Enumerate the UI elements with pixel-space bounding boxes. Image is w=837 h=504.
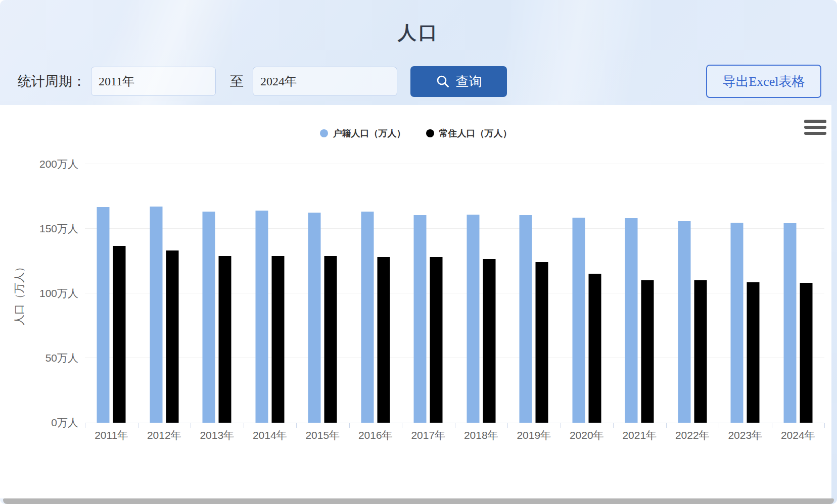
x-axis-label: 2018年 bbox=[455, 423, 508, 446]
bar[interactable] bbox=[694, 280, 707, 423]
bar-group-2014年 bbox=[244, 164, 297, 423]
bar[interactable] bbox=[625, 218, 638, 423]
legend-dot bbox=[426, 129, 434, 137]
bars bbox=[203, 164, 231, 423]
bars bbox=[678, 164, 707, 423]
bar[interactable] bbox=[271, 256, 284, 423]
bar[interactable] bbox=[150, 207, 162, 423]
bar[interactable] bbox=[361, 212, 374, 423]
x-axis-label: 2012年 bbox=[138, 423, 191, 446]
to-label: 至 bbox=[230, 72, 244, 90]
start-year-value: 2011年 bbox=[99, 73, 134, 89]
header: 人口 统计周期： 2011年 至 2024年 查询 导出Excel表格 bbox=[0, 0, 837, 105]
bar[interactable] bbox=[430, 257, 443, 423]
x-axis-label: 2021年 bbox=[613, 423, 666, 446]
bar-group-2022年 bbox=[666, 164, 719, 423]
x-axis-tick bbox=[296, 423, 297, 428]
bar[interactable] bbox=[97, 207, 110, 423]
bar[interactable] bbox=[203, 212, 215, 423]
bar[interactable] bbox=[414, 215, 427, 423]
x-axis-tick bbox=[772, 423, 772, 428]
x-axis-label: 2024年 bbox=[772, 423, 825, 446]
x-axis-tick bbox=[561, 423, 561, 428]
export-excel-button[interactable]: 导出Excel表格 bbox=[706, 65, 821, 98]
bar[interactable] bbox=[783, 223, 796, 423]
search-button[interactable]: 查询 bbox=[410, 66, 507, 97]
bar[interactable] bbox=[641, 280, 654, 423]
bar[interactable] bbox=[483, 259, 495, 423]
y-axis-tick-label: 100万人 bbox=[39, 286, 78, 300]
bar-group-2020年 bbox=[561, 164, 614, 423]
bar-group-2017年 bbox=[402, 164, 455, 423]
x-axis-label: 2014年 bbox=[244, 423, 297, 446]
chart-card: 户籍人口（万人）常住人口（万人） 人口（万人） 0万人50万人100万人150万… bbox=[0, 105, 831, 498]
x-axis-label: 2015年 bbox=[296, 423, 349, 446]
bar[interactable] bbox=[113, 246, 126, 423]
bar[interactable] bbox=[678, 221, 690, 423]
x-axis-label: 2020年 bbox=[561, 423, 614, 446]
legend-label: 户籍人口（万人） bbox=[333, 127, 406, 139]
bar[interactable] bbox=[377, 257, 390, 423]
bottom-scrollbar[interactable] bbox=[3, 498, 834, 504]
x-axis-tick bbox=[613, 423, 614, 428]
x-axis-tick bbox=[402, 423, 402, 428]
bars bbox=[520, 164, 548, 423]
x-axis-tick bbox=[719, 423, 719, 428]
x-axis-tick bbox=[666, 423, 667, 428]
bar-group-2015年 bbox=[296, 164, 349, 423]
bar[interactable] bbox=[520, 215, 532, 423]
x-axis-tick bbox=[455, 423, 455, 428]
legend-label: 常住人口（万人） bbox=[439, 127, 512, 139]
x-axis-label: 2017年 bbox=[402, 423, 455, 446]
x-axis-label: 2013年 bbox=[191, 423, 244, 446]
x-axis-tick bbox=[244, 423, 244, 428]
bar-group-2013年 bbox=[191, 164, 244, 423]
app-window: 人口 统计周期： 2011年 至 2024年 查询 导出Excel表格 户籍人口… bbox=[0, 0, 837, 504]
bar[interactable] bbox=[219, 256, 231, 423]
chart-menu-icon[interactable] bbox=[804, 120, 826, 135]
legend-item-0[interactable]: 户籍人口（万人） bbox=[320, 127, 406, 139]
bars bbox=[308, 164, 337, 423]
bar[interactable] bbox=[731, 223, 743, 423]
bars bbox=[625, 164, 654, 423]
end-year-value: 2024年 bbox=[260, 73, 297, 89]
y-axis-tick-label: 150万人 bbox=[39, 222, 78, 236]
page-title: 人口 bbox=[0, 20, 837, 45]
end-year-input[interactable]: 2024年 bbox=[253, 67, 397, 96]
bars bbox=[414, 164, 443, 423]
y-axis-title: 人口（万人） bbox=[12, 262, 26, 325]
y-axis-tick-label: 200万人 bbox=[39, 157, 78, 171]
y-axis-tick-label: 0万人 bbox=[51, 416, 78, 430]
start-year-input[interactable]: 2011年 bbox=[91, 67, 216, 96]
bar-group-2012年 bbox=[138, 164, 191, 423]
bar[interactable] bbox=[324, 256, 337, 423]
bars bbox=[783, 164, 812, 423]
bar[interactable] bbox=[588, 274, 601, 423]
legend-dot bbox=[320, 129, 328, 137]
bar-groups bbox=[85, 164, 824, 423]
bar[interactable] bbox=[800, 283, 812, 423]
x-axis-tick bbox=[191, 423, 191, 428]
x-axis: 2011年2012年2013年2014年2015年2016年2017年2018年… bbox=[85, 423, 824, 446]
bars bbox=[150, 164, 178, 423]
legend-item-1[interactable]: 常住人口（万人） bbox=[426, 127, 512, 139]
chart-legend: 户籍人口（万人）常住人口（万人） bbox=[0, 127, 831, 139]
x-axis-label: 2011年 bbox=[85, 423, 138, 446]
search-button-label: 查询 bbox=[456, 73, 482, 90]
bar-group-2018年 bbox=[455, 164, 508, 423]
bar[interactable] bbox=[308, 213, 321, 423]
bar[interactable] bbox=[467, 215, 479, 423]
bars bbox=[255, 164, 284, 423]
bar[interactable] bbox=[747, 282, 760, 423]
bars bbox=[97, 164, 126, 423]
bar[interactable] bbox=[166, 250, 178, 423]
bars bbox=[572, 164, 601, 423]
bars bbox=[361, 164, 390, 423]
bar[interactable] bbox=[572, 218, 585, 423]
x-axis-tick bbox=[507, 423, 508, 428]
query-bar: 统计周期： 2011年 至 2024年 查询 导出Excel表格 bbox=[0, 65, 837, 98]
bar[interactable] bbox=[536, 262, 548, 423]
bar[interactable] bbox=[255, 211, 268, 423]
x-axis-tick bbox=[824, 423, 825, 428]
x-axis-label: 2019年 bbox=[507, 423, 561, 446]
